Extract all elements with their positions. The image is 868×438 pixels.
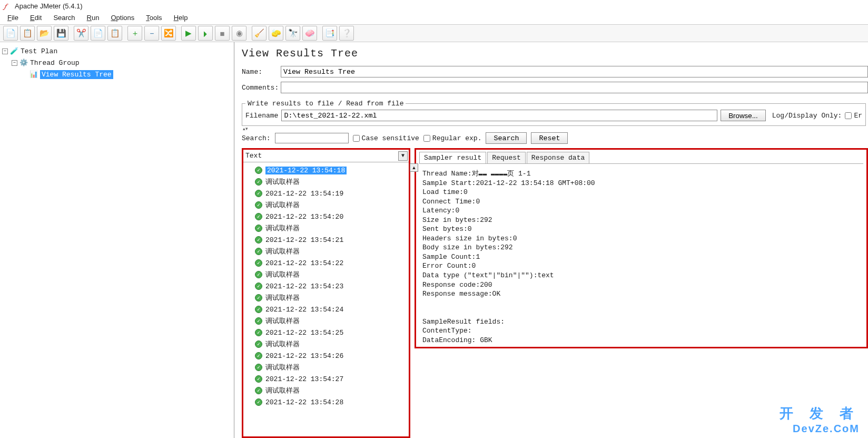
success-icon: ✓ [255,225,262,232]
result-item[interactable]: ✓2021-12-22 13:54:28 [243,396,409,408]
test-plan-tree[interactable]: − 🧪 Test Plan − ⚙️ Thread Group 📊 View R… [0,42,234,438]
success-icon: ✓ [255,398,262,406]
result-label: 2021-12-22 13:54:20 [265,213,343,221]
success-icon: ✓ [255,201,262,209]
result-label: 2021-12-22 13:54:22 [265,259,343,267]
chevron-down-icon[interactable]: ▼ [398,151,408,161]
case-sensitive-checkbox[interactable] [353,135,360,142]
regular-exp-checkbox[interactable] [423,135,430,142]
success-icon: ✓ [255,167,262,174]
result-item[interactable]: ✓2021-12-22 13:54:18 [243,164,409,176]
success-icon: ✓ [255,178,262,186]
result-item[interactable]: ✓调试取样器 [243,292,409,304]
menu-options[interactable]: Options [105,13,140,23]
templates-icon[interactable]: 📋 [20,26,35,41]
vertical-splitter[interactable] [410,148,415,438]
success-icon: ✓ [255,190,262,197]
stop-icon[interactable]: ■ [215,26,230,41]
clear-all-icon[interactable]: 🧽 [269,26,283,41]
result-item[interactable]: ✓2021-12-22 13:54:24 [243,304,409,315]
filename-input[interactable] [281,110,717,121]
result-label: 2021-12-22 13:54:24 [265,306,343,314]
success-icon: ✓ [255,387,262,394]
results-list[interactable]: ✓2021-12-22 13:54:18✓调试取样器✓2021-12-22 13… [243,162,409,436]
horizontal-splitter[interactable]: ▴▾ [242,126,868,130]
result-item[interactable]: ✓调试取样器 [243,338,409,350]
result-item[interactable]: ✓调试取样器 [243,176,409,188]
tab-request[interactable]: Request [487,152,526,163]
reset-search-icon[interactable]: 🧼 [302,26,317,41]
save-icon[interactable]: 💾 [54,26,68,41]
file-io-legend: Write results to file / Read from file [245,100,406,108]
expand-icon[interactable]: − [12,60,17,66]
scroll-up-icon[interactable]: ▲ [410,163,418,172]
result-item[interactable]: ✓调试取样器 [243,222,409,234]
watermark: 开 发 者 DevZe.CoM [780,404,860,435]
log-display-only-label: Log/Display Only: [772,112,842,120]
result-item[interactable]: ✓2021-12-22 13:54:26 [243,350,409,362]
result-item[interactable]: ✓2021-12-22 13:54:23 [243,280,409,292]
success-icon: ✓ [255,340,262,348]
expand-icon[interactable]: − [2,48,8,54]
paste-icon[interactable]: 📋 [107,26,122,41]
tree-node-thread-group[interactable]: Thread Group [30,59,80,67]
tree-node-view-results-tree[interactable]: View Results Tree [40,70,113,79]
browse-button[interactable]: Browse... [721,110,766,121]
result-label: 调试取样器 [265,177,300,187]
menubar: File Edit Search Run Options Tools Help [0,12,868,24]
result-item[interactable]: ✓调试取样器 [243,199,409,211]
result-label: 2021-12-22 13:54:23 [265,283,343,290]
search-label: Search: [242,134,271,142]
success-icon: ✓ [255,236,262,244]
reset-button[interactable]: Reset [531,132,568,144]
result-label: 2021-12-22 13:54:19 [265,190,343,198]
clear-icon[interactable]: 🧹 [252,26,267,41]
shutdown-icon[interactable]: ◉ [232,26,246,41]
menu-edit[interactable]: Edit [25,13,47,23]
errors-checkbox[interactable] [845,112,852,119]
result-label: 调试取样器 [265,247,300,256]
new-icon[interactable]: 📄 [3,26,18,41]
cut-icon[interactable]: ✂️ [74,26,88,41]
menu-help[interactable]: Help [169,13,193,23]
result-label: 2021-12-22 13:54:26 [265,352,343,360]
case-sensitive-label: Case sensitive [362,134,419,142]
content-panel: View Results Tree Name: Comments: Write … [234,42,868,438]
result-item[interactable]: ✓调试取样器 [243,362,409,373]
menu-tools[interactable]: Tools [141,13,167,23]
result-item[interactable]: ✓2021-12-22 13:54:27 [243,373,409,385]
start-no-timers-icon[interactable]: ⏵ [198,26,213,41]
search-button[interactable]: Search [486,132,527,144]
result-label: 调试取样器 [265,316,300,326]
name-input[interactable] [281,66,868,77]
result-item[interactable]: ✓2021-12-22 13:54:25 [243,327,409,338]
function-helper-icon[interactable]: 📑 [322,26,337,41]
result-item[interactable]: ✓2021-12-22 13:54:19 [243,188,409,199]
tree-node-test-plan[interactable]: Test Plan [21,47,57,55]
open-icon[interactable]: 📂 [37,26,52,41]
remove-icon[interactable]: － [144,26,159,41]
tab-sampler-result[interactable]: Sampler result [419,152,486,163]
start-icon[interactable]: ▶ [181,26,196,41]
menu-run[interactable]: Run [82,13,105,23]
find-icon[interactable]: 🔭 [285,26,300,41]
result-item[interactable]: ✓2021-12-22 13:54:20 [243,211,409,222]
result-item[interactable]: ✓调试取样器 [243,246,409,257]
add-icon[interactable]: ＋ [127,26,142,41]
search-input[interactable] [275,133,349,143]
result-item[interactable]: ✓调试取样器 [243,385,409,396]
comments-input[interactable] [281,82,868,93]
tab-response-data[interactable]: Response data [527,152,589,163]
copy-icon[interactable]: 📄 [91,26,105,41]
toggle-icon[interactable]: 🔀 [161,26,176,41]
renderer-select[interactable]: Text ▼ [243,150,409,162]
result-item[interactable]: ✓2021-12-22 13:54:22 [243,257,409,269]
result-item[interactable]: ✓2021-12-22 13:54:21 [243,234,409,246]
menu-file[interactable]: File [2,13,24,23]
result-item[interactable]: ✓调试取样器 [243,315,409,327]
result-item[interactable]: ✓调试取样器 [243,269,409,280]
menu-search[interactable]: Search [48,13,80,23]
result-label: 2021-12-22 13:54:21 [265,236,343,244]
help-icon[interactable]: ❔ [339,26,354,41]
success-icon: ✓ [255,306,262,313]
